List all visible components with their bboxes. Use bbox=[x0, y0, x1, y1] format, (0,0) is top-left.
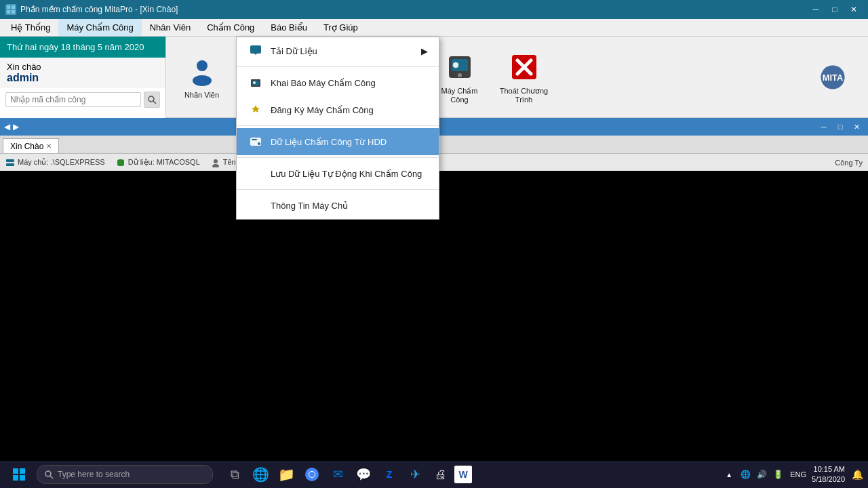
tab-xin-chao[interactable]: Xin Chào ✕ bbox=[3, 138, 59, 153]
clock-date: 5/18/2020 bbox=[812, 474, 845, 485]
thong-tin-label: Thông Tin Máy Chủ bbox=[271, 201, 348, 211]
taskbar-chrome[interactable] bbox=[300, 462, 324, 487]
menu-tro-giup[interactable]: Trợ Giúp bbox=[315, 19, 366, 36]
taskbar-word[interactable]: W bbox=[454, 466, 472, 483]
svg-point-24 bbox=[458, 73, 462, 77]
svg-rect-62 bbox=[13, 475, 18, 481]
server-icon bbox=[5, 158, 15, 167]
taskbar-zalo[interactable]: Z bbox=[377, 462, 401, 487]
inner-close[interactable]: ✕ bbox=[849, 120, 864, 134]
tray-battery[interactable]: 🔋 bbox=[771, 468, 785, 481]
trinh-ca-label: Trình Ca Làm Việc bbox=[306, 87, 355, 104]
sidebar-date: Thứ hai ngày 18 tháng 5 năm 2020 bbox=[0, 37, 165, 58]
title-controls: ─ □ ✕ bbox=[807, 2, 863, 17]
inner-right-arrow[interactable]: ▶ bbox=[13, 122, 19, 131]
dropdown-thong-tin[interactable]: Thông Tin Máy Chủ bbox=[237, 192, 439, 219]
inner-minimize[interactable]: ─ bbox=[816, 120, 831, 134]
gio-chi-label: Giờ Chỉ bbox=[253, 91, 279, 100]
svg-rect-14 bbox=[319, 58, 343, 64]
gan-ca-label: Gán Ca Cho Nhân Viên bbox=[370, 87, 420, 103]
user-label: Tên đăng nhập: admin bbox=[223, 158, 298, 167]
taskbar: Type here to search ⧉ 🌐 📁 ✉ 💬 Z ✈ 🖨 W ▲ … bbox=[0, 461, 868, 488]
start-button[interactable] bbox=[4, 462, 34, 487]
menu-nhan-vien[interactable]: Nhân Viên bbox=[142, 19, 199, 36]
title-bar-left: Phần mềm chấm công MitaPro - [Xin Chào] bbox=[5, 4, 178, 15]
menu-he-thong[interactable]: Hệ Thống bbox=[3, 19, 58, 36]
svg-point-6 bbox=[197, 60, 208, 71]
taskbar-printer[interactable]: 🖨 bbox=[429, 462, 453, 487]
toolbar-nhan-vien[interactable]: Nhân Viên bbox=[173, 43, 231, 111]
inner-title-left: ◀ ▶ bbox=[4, 122, 19, 131]
tray-chevron[interactable]: ▲ bbox=[722, 468, 736, 481]
system-tray: ▲ 🌐 🔊 🔋 bbox=[722, 468, 785, 481]
svg-rect-2 bbox=[7, 10, 10, 14]
taskbar-task-view[interactable]: ⧉ bbox=[222, 462, 247, 487]
toolbar-mita-logo[interactable]: MITA bbox=[804, 43, 861, 111]
thoat-icon bbox=[508, 51, 540, 83]
app-icon bbox=[5, 4, 16, 15]
svg-rect-61 bbox=[20, 468, 25, 474]
svg-rect-54 bbox=[6, 163, 14, 166]
title-bar: Phần mềm chấm công MitaPro - [Xin Chào] … bbox=[0, 0, 868, 19]
menu-cham-cong[interactable]: Chấm Công bbox=[199, 19, 262, 36]
close-button[interactable]: ✕ bbox=[845, 2, 863, 17]
gio-chi-icon: 15 bbox=[250, 55, 283, 87]
clock-time: 10:15 AM bbox=[812, 464, 845, 474]
toolbar-may-cham-cong[interactable]: Máy Chấm Công bbox=[431, 43, 488, 111]
inner-left-arrow[interactable]: ◀ bbox=[4, 122, 10, 131]
inner-restore[interactable]: □ bbox=[833, 120, 848, 134]
separator-4 bbox=[237, 189, 439, 190]
svg-rect-1 bbox=[12, 5, 15, 9]
svg-rect-16 bbox=[336, 55, 339, 60]
svg-point-64 bbox=[45, 471, 51, 476]
svg-point-4 bbox=[149, 96, 154, 102]
notification-icon[interactable]: 🔔 bbox=[850, 468, 864, 481]
menu-may-cham-cong[interactable]: Máy Chấm Công bbox=[58, 19, 141, 36]
toolbar-thoat[interactable]: Thoát Chương Trình bbox=[495, 43, 553, 111]
database-icon bbox=[116, 158, 125, 167]
toolbar: Nhân Viên 15 Giờ Chỉ bbox=[166, 37, 868, 118]
menu-bar: Hệ Thống Máy Chấm Công Nhân Viên Chấm Cô… bbox=[0, 19, 868, 37]
tray-language[interactable]: ENG bbox=[790, 470, 806, 479]
inner-title-bar: ◀ ▶ ─ □ ✕ bbox=[0, 118, 868, 136]
tab-bar: Xin Chào ✕ bbox=[0, 136, 868, 153]
sidebar-greeting: Xin chào admin bbox=[0, 58, 165, 88]
taskbar-telegram[interactable]: ✈ bbox=[403, 462, 427, 487]
svg-rect-60 bbox=[13, 468, 18, 474]
svg-point-58 bbox=[214, 159, 218, 163]
username-label: admin bbox=[7, 72, 159, 84]
taskbar-skype[interactable]: 💬 bbox=[351, 462, 376, 487]
taskbar-right: ▲ 🌐 🔊 🔋 ENG 10:15 AM 5/18/2020 🔔 bbox=[722, 464, 864, 485]
taskbar-mail[interactable]: ✉ bbox=[326, 462, 350, 487]
svg-point-7 bbox=[193, 75, 212, 86]
inner-window: ◀ ▶ ─ □ ✕ Xin Chào ✕ MI phần mềm c bbox=[0, 118, 868, 153]
tray-volume[interactable]: 🔊 bbox=[755, 468, 768, 481]
status-database: Dữ liệu: MITACOSQL bbox=[116, 158, 200, 167]
title-text: Phần mềm chấm công MitaPro - [Xin Chào] bbox=[20, 5, 178, 14]
nhan-vien-label: Nhân Viên bbox=[184, 91, 219, 99]
minimize-button[interactable]: ─ bbox=[807, 2, 825, 17]
tray-network[interactable]: 🌐 bbox=[738, 468, 752, 481]
taskbar-apps: ⧉ 🌐 📁 ✉ 💬 Z ✈ 🖨 W bbox=[222, 462, 472, 487]
menu-bao-bieu[interactable]: Báo Biểu bbox=[262, 19, 315, 36]
restore-button[interactable]: □ bbox=[826, 2, 844, 17]
tab-close-button[interactable]: ✕ bbox=[46, 142, 52, 150]
search-button[interactable] bbox=[144, 92, 160, 108]
toolbar-trinh-ca[interactable]: 15 Trình Ca Làm Việc bbox=[302, 43, 359, 111]
toolbar-gan-ca[interactable]: + Gán Ca Cho Nhân Viên bbox=[366, 43, 424, 111]
taskbar-edge[interactable]: 🌐 bbox=[248, 462, 273, 487]
company-label: Công Ty bbox=[835, 159, 863, 167]
clock-display[interactable]: 10:15 AM 5/18/2020 bbox=[812, 464, 845, 485]
taskbar-search-box[interactable]: Type here to search bbox=[37, 465, 213, 484]
taskbar-search-icon bbox=[44, 470, 54, 479]
thoat-label: Thoát Chương Trình bbox=[499, 87, 549, 104]
taskbar-search-placeholder: Type here to search bbox=[58, 470, 130, 479]
svg-point-59 bbox=[212, 164, 219, 167]
svg-rect-63 bbox=[20, 475, 25, 481]
status-server: Máy chủ: .\SQLEXPRESS bbox=[5, 158, 105, 167]
toolbar-gio-chi[interactable]: 15 Giờ Chỉ bbox=[237, 43, 295, 111]
status-company: Công Ty bbox=[835, 159, 863, 167]
inner-title-controls: ─ □ ✕ bbox=[816, 120, 864, 134]
taskbar-explorer[interactable]: 📁 bbox=[274, 462, 298, 487]
search-input[interactable] bbox=[5, 92, 141, 107]
